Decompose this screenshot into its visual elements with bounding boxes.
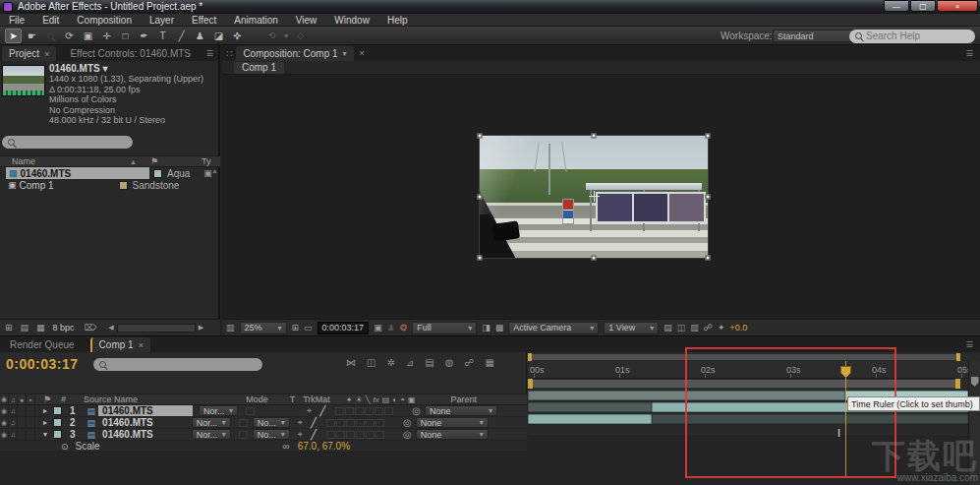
new-composition-icon[interactable]: ▦ xyxy=(36,323,45,333)
help-search-box[interactable] xyxy=(849,30,975,43)
show-snapshot-icon[interactable]: ♟ xyxy=(387,323,395,333)
blend-mode-dropdown[interactable]: Nor... ▾ xyxy=(192,429,231,440)
menu-effect[interactable]: Effect xyxy=(183,15,225,26)
chevron-down-icon[interactable]: ▾ xyxy=(343,49,347,58)
maximize-button[interactable]: ▢ xyxy=(910,0,936,12)
region-of-interest-icon[interactable]: ▭ xyxy=(304,323,313,333)
mask-shape-tool[interactable]: □ xyxy=(117,29,134,43)
menu-view[interactable]: View xyxy=(287,15,326,26)
property-name[interactable]: Scale xyxy=(76,441,100,452)
comp-marker-bin-icon[interactable] xyxy=(971,377,979,387)
draft-3d-icon[interactable]: ✲ xyxy=(386,357,394,368)
scroll-right-icon[interactable]: ▶ xyxy=(199,324,203,332)
work-area-start[interactable] xyxy=(528,379,533,389)
tab-close-icon[interactable]: × xyxy=(44,49,49,59)
column-number[interactable]: # xyxy=(61,394,66,404)
switch-cell[interactable] xyxy=(336,419,345,427)
audio-icon[interactable]: ♫ xyxy=(9,406,18,416)
twirl-icon[interactable]: ▸ xyxy=(43,418,47,427)
label-column-icon[interactable]: ⚑ xyxy=(43,394,51,404)
view-layout-dropdown[interactable]: 1 View ▾ xyxy=(604,322,659,334)
menu-window[interactable]: Window xyxy=(325,15,378,26)
navigator-end-handle[interactable] xyxy=(956,353,960,361)
graph-editor-icon[interactable]: ▦ xyxy=(486,357,494,368)
selection-handle[interactable] xyxy=(706,134,711,139)
stopwatch-icon[interactable]: ⊙ xyxy=(61,442,69,452)
timeline-search-box[interactable] xyxy=(93,358,262,371)
live-update-icon[interactable]: ◫ xyxy=(367,357,375,368)
reset-exposure-icon[interactable]: ✦ xyxy=(718,323,725,333)
switch-cell[interactable] xyxy=(356,419,365,427)
lock-cell[interactable] xyxy=(27,418,35,428)
switch-cell[interactable] xyxy=(366,431,375,439)
magnification-dropdown[interactable]: 25% ▾ xyxy=(240,322,287,334)
rotate-tool[interactable]: ⟳ xyxy=(61,29,78,43)
trkmat-dropdown[interactable]: No... ▾ xyxy=(253,429,290,440)
selection-handle[interactable] xyxy=(706,195,711,200)
menu-layer[interactable]: Layer xyxy=(141,15,183,26)
pick-whip-icon[interactable]: ◎ xyxy=(412,405,421,416)
layer-bar-3[interactable] xyxy=(528,414,652,424)
menu-composition[interactable]: Composition xyxy=(68,15,141,26)
hand-tool[interactable]: ☛ xyxy=(24,29,40,43)
in-out-icon[interactable]: ⌖ xyxy=(298,417,303,428)
label-column-icon[interactable]: ⚑ xyxy=(150,156,158,166)
snapshot-icon[interactable]: ▣ xyxy=(374,323,382,333)
audio-icon[interactable]: ♫ xyxy=(9,430,18,440)
column-name[interactable]: Name xyxy=(12,156,35,166)
shy-layers-icon[interactable]: ⊿ xyxy=(406,357,414,368)
column-mode[interactable]: Mode xyxy=(246,394,268,404)
column-trkmat[interactable]: TrkMat xyxy=(303,394,330,404)
eye-icon[interactable]: ◉ xyxy=(0,394,9,404)
eye-icon[interactable]: ◉ xyxy=(0,418,9,428)
solo-cell[interactable] xyxy=(18,406,27,416)
link-dimensions-icon[interactable]: ∞ xyxy=(283,441,290,452)
column-parent[interactable]: Parent xyxy=(451,394,478,404)
scroll-up-icon[interactable]: ▲ xyxy=(211,167,218,174)
zoom-tool[interactable] xyxy=(42,29,59,43)
quality-switch-icon[interactable]: ╱ xyxy=(311,429,317,440)
scale-value[interactable]: 67.0, 67.0% xyxy=(298,441,350,452)
show-channels-icon[interactable]: ❂ xyxy=(400,323,408,333)
lock-cell[interactable] xyxy=(27,430,35,440)
current-time-display[interactable]: 0:00:03:17 xyxy=(6,356,79,372)
switch-cell[interactable] xyxy=(345,407,354,415)
eraser-tool[interactable]: ◪ xyxy=(210,29,227,43)
parent-dropdown[interactable]: None ▾ xyxy=(416,417,489,428)
property-row-scale[interactable]: ⊙ Scale ∞ 67.0, 67.0% xyxy=(0,441,527,453)
viewer-subtab-comp1[interactable]: Comp 1 xyxy=(234,62,284,74)
resolution-dropdown[interactable]: Full ▾ xyxy=(412,322,477,334)
panel-grabber-icon[interactable]: ∷ xyxy=(226,48,232,59)
project-search-box[interactable] xyxy=(2,136,133,149)
panel-menu-icon[interactable]: ☰ xyxy=(966,340,974,349)
video-frame[interactable] xyxy=(480,136,708,258)
switch-cell[interactable] xyxy=(375,419,384,427)
menu-animation[interactable]: Animation xyxy=(225,15,286,26)
pick-whip-icon[interactable]: ◎ xyxy=(403,429,412,440)
in-out-icon[interactable]: ⌖ xyxy=(298,429,303,440)
menu-file[interactable]: File xyxy=(0,15,33,26)
layer-label-swatch[interactable] xyxy=(53,406,62,415)
target-region-icon[interactable]: ◨ xyxy=(482,323,490,333)
tab-render-queue[interactable]: Render Queue xyxy=(10,339,75,350)
transparency-grid-icon[interactable]: ▩ xyxy=(495,323,504,333)
column-type[interactable]: Ty xyxy=(202,156,211,166)
eye-icon[interactable]: ◉ xyxy=(0,430,9,440)
selection-handle[interactable] xyxy=(478,134,483,139)
in-out-icon[interactable]: ⌖ xyxy=(307,405,312,416)
switch-cell[interactable] xyxy=(365,407,374,415)
frame-blending-icon[interactable]: ▤ xyxy=(425,357,433,368)
exposure-value[interactable]: +0.0 xyxy=(730,323,748,333)
twirl-icon[interactable]: ▸ xyxy=(43,406,47,415)
twirl-icon-expanded[interactable]: ▾ xyxy=(43,430,47,439)
audio-icon[interactable]: ♫ xyxy=(9,418,18,428)
camera-view-dropdown[interactable]: Active Camera ▾ xyxy=(508,322,599,334)
switch-cell[interactable] xyxy=(326,419,335,427)
layer-row-1[interactable]: ◉ ♫ ▸ 1 ▤ 01460.MTS Nor... ▾ ⌖ ╱ xyxy=(0,405,527,417)
switch-cell[interactable] xyxy=(346,431,355,439)
puppet-pin-tool[interactable]: ✜ xyxy=(229,29,246,43)
switch-cell[interactable] xyxy=(326,431,335,439)
horizontal-scrollbar[interactable] xyxy=(117,324,196,333)
tab-composition[interactable]: Composition: Comp 1 ▾ xyxy=(236,46,353,61)
solo-cell[interactable] xyxy=(18,430,27,440)
